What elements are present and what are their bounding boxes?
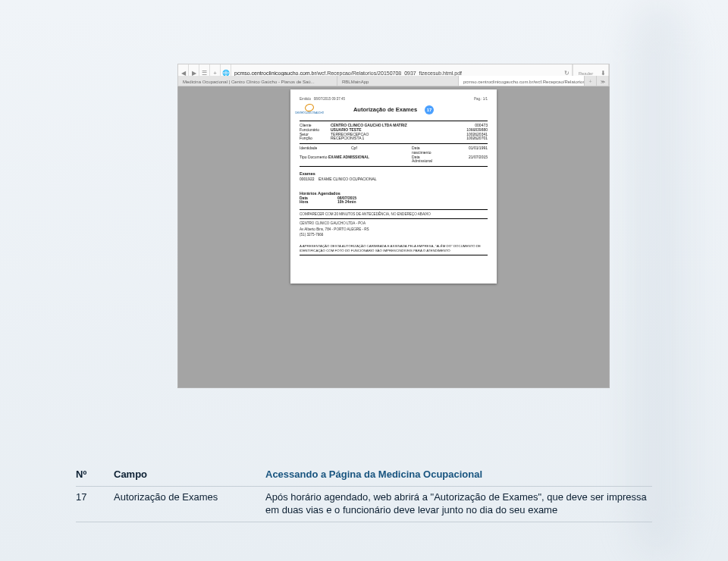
pagina-label: Pag.: 1/1	[474, 97, 488, 101]
url-path: /wcf.Recepcao/Relatorios/20150708_0937_f…	[316, 71, 462, 76]
identidade-label: Identidade	[300, 146, 328, 155]
tab-3-label: pcmso.centroclinicogaucho.com.br/wcf.Rec…	[463, 80, 585, 84]
funcao-code: 1002620701	[459, 136, 488, 141]
tab-new[interactable]: +	[585, 76, 597, 86]
comparecer-text: COMPARECER COM 20 MINUTOS DE ANTECEDÊNCI…	[300, 212, 488, 216]
hdr-no: Nº	[76, 469, 114, 481]
hdr-campo: Campo	[114, 469, 265, 481]
exame-nome: EXAME CLINICO OCUPACIONAL	[318, 177, 377, 181]
instruction-table: Nº Campo Acessando a Página da Medicina …	[76, 465, 652, 524]
hdr-desc: Acessando a Página da Medicina Ocupacion…	[265, 469, 652, 481]
row-desc: Após horário agendado, web abrirá a "Aut…	[265, 491, 652, 517]
exames-header: Exames	[300, 171, 488, 176]
pdf-page: Emitido 08/07/2015 09:37:45 Pag.: 1/1 CE…	[290, 89, 497, 284]
unidade-text: CENTRO CLINICO GAUCHO LTDA - POA	[300, 221, 488, 225]
tab-2[interactable]: RBLMainApp	[337, 76, 459, 86]
tipodoc-value: EXAME ADMISSIONAL	[328, 155, 378, 165]
cpf-label: Cpf	[351, 146, 378, 155]
tab-bar: Medicina Ocupacional | Centro Clinico Ga…	[177, 76, 610, 86]
nascimento-value: 01/01/1991	[439, 146, 488, 155]
tab-1-label: Medicina Ocupacional | Centro Clinico Ga…	[183, 80, 315, 84]
plus-icon: +	[588, 79, 592, 84]
nascimento-label: Data nascimento	[412, 146, 439, 155]
admissional-label: Data Admissional	[412, 155, 439, 165]
endereco-text: Av Alberto Bins, 784 - PORTO ALEGRE - RS	[300, 227, 488, 231]
row-campo: Autorização de Exames	[114, 491, 265, 517]
funcao-label: Função	[300, 136, 328, 141]
hora-value: 10h 24min	[337, 200, 488, 205]
logo-text: CENTROCLINICOGAUCHO	[295, 112, 324, 114]
exame-code: 0001922	[300, 177, 314, 181]
pdf-viewer: Emitido 08/07/2015 09:37:45 Pag.: 1/1 CE…	[177, 86, 610, 388]
tab-1[interactable]: Medicina Ocupacional | Centro Clinico Ga…	[178, 76, 337, 86]
funcao-value: RECEPCIONISTA 1	[331, 136, 424, 141]
tab-3-active[interactable]: pcmso.centroclinicogaucho.com.br/wcf.Rec…	[459, 76, 585, 86]
tipodoc-label: Tipo Documento	[300, 155, 328, 165]
emitido-value: 08/07/2015 09:37:45	[314, 97, 345, 101]
overflow-icon: ≫	[601, 79, 605, 84]
tab-overflow[interactable]: ≫	[597, 76, 609, 86]
rodape-text: A APRESENTAÇÃO DESTA AUTORIZAÇÃO CARIMBA…	[300, 244, 488, 252]
emitido-label: Emitido	[300, 97, 311, 101]
instruction-header-row: Nº Campo Acessando a Página da Medicina …	[76, 465, 652, 484]
step-callout-17: 17	[425, 105, 434, 114]
admissional-value: 21/07/2015	[439, 155, 488, 165]
company-logo: CENTROCLINICOGAUCHO	[300, 104, 319, 119]
row-no: 17	[76, 491, 114, 517]
doc-title: Autorização de Exames	[353, 107, 417, 114]
tab-2-label: RBLMainApp	[342, 80, 369, 84]
url-domain: pcmso.centroclinicogaucho.com.br	[234, 71, 316, 76]
instruction-row: 17 Autorização de Exames Após horário ag…	[76, 488, 652, 520]
fone-text: (51) 3275-7666	[300, 233, 488, 237]
hora-label: Hora	[300, 200, 337, 205]
